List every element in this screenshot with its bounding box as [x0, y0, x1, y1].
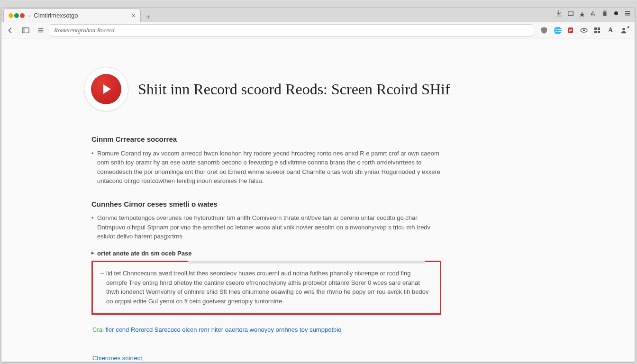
- highlighted-callout: lid tet Chnncecuns aved treolUst thes se…: [91, 261, 441, 315]
- article-body: Cinnm Crrearce socorrea Romure Corand ro…: [81, 134, 441, 362]
- section-paragraph: Romure Corand roy av vocom arreocd hwcn …: [91, 149, 441, 186]
- window-system-icons: ★: [556, 10, 631, 17]
- chart-icon[interactable]: [590, 10, 597, 17]
- font-icon[interactable]: A: [606, 26, 615, 35]
- hamburger-icon[interactable]: [35, 24, 47, 36]
- favicon-dot: [9, 13, 13, 18]
- link-text: fler cend Rororcd Sarecoco olcen renr ni…: [105, 326, 341, 333]
- tab-title: Cimtirimexsotgo: [34, 12, 129, 19]
- play-badge: [91, 74, 121, 104]
- favicon-cluster: [9, 13, 25, 18]
- section-subheading: ortet anote ate dn sm oceb Pase: [91, 249, 441, 258]
- grid-icon[interactable]: [593, 26, 601, 35]
- pdf-icon[interactable]: P: [566, 26, 575, 35]
- article-page: Shiit inn Record scoord Reods: Screen Rc…: [81, 38, 555, 362]
- svg-rect-6: [598, 27, 600, 30]
- svg-rect-2: [22, 27, 25, 33]
- new-tab-button[interactable]: +: [144, 12, 153, 22]
- shield-icon[interactable]: [540, 26, 548, 35]
- section-overview: Cinnm Crrearce socorrea Romure Corand ro…: [91, 134, 441, 186]
- link-lead: Cral: [92, 326, 104, 333]
- favicon-dot: [14, 13, 19, 18]
- browser-tab[interactable]: ○ Cimtirimexsotgo ×: [3, 9, 141, 22]
- hero-row: Shiit inn Record scoord Reods: Screen Rc…: [81, 67, 555, 111]
- address-bar[interactable]: Romerentgrohan Rocerd: [50, 24, 533, 36]
- related-link[interactable]: Cral fler cend Rororcd Sarecoco olcen re…: [91, 325, 441, 335]
- close-icon[interactable]: ×: [132, 12, 136, 19]
- favicon-dot: [20, 13, 25, 18]
- browser-window: ○ Cimtirimexsotgo × + ★ Romerentgrohan R…: [1, 8, 635, 362]
- tab-strip: ○ Cimtirimexsotgo × + ★: [1, 8, 635, 22]
- eye-icon[interactable]: [580, 26, 588, 35]
- play-icon: [103, 84, 111, 94]
- address-text: Romerentgrohan Rocerd: [54, 27, 114, 34]
- section-heading: Cunnhes Cirnor ceses smetli o wates: [91, 199, 441, 210]
- callout-accent-bar: [188, 261, 425, 264]
- extension-area: 🌐 P A ★: [536, 26, 632, 35]
- svg-point-4: [583, 29, 585, 31]
- dot-icon[interactable]: [613, 10, 619, 17]
- callout-text: lid tet Chnncecuns aved treolUst thes se…: [100, 269, 432, 306]
- menu-icon[interactable]: [624, 10, 631, 17]
- svg-rect-8: [598, 31, 600, 33]
- section-paragraph: Gorvno tempotongos overunes roe hytoroth…: [91, 213, 441, 241]
- section-heading: Cinnm Crrearce socorrea: [91, 134, 441, 145]
- svg-rect-0: [568, 11, 573, 16]
- svg-rect-5: [594, 27, 597, 30]
- back-button[interactable]: [4, 24, 17, 36]
- section-features: Cunnhes Cirnor ceses smetli o wates Gorv…: [91, 199, 441, 362]
- page-title: Shiit inn Record scoord Reods: Screen Rc…: [138, 81, 450, 98]
- browser-toolbar: Romerentgrohan Rocerd 🌐 P A ★: [1, 22, 635, 38]
- window-icon[interactable]: [567, 10, 574, 17]
- download-icon[interactable]: [556, 10, 563, 17]
- tab-prefix: ○: [27, 12, 31, 19]
- page-viewport: Shiit inn Record scoord Reods: Screen Rc…: [1, 38, 635, 362]
- person-star-icon[interactable]: ★: [619, 26, 628, 35]
- star-icon[interactable]: ★: [579, 10, 585, 17]
- app-logo: [84, 67, 128, 111]
- svg-rect-7: [594, 31, 597, 33]
- footer-link[interactable]: Chierones snirtect;: [91, 354, 441, 362]
- trash-icon[interactable]: [601, 10, 608, 17]
- globe-icon[interactable]: 🌐: [553, 26, 562, 35]
- panel-icon[interactable]: [19, 24, 32, 36]
- svg-point-9: [622, 27, 625, 30]
